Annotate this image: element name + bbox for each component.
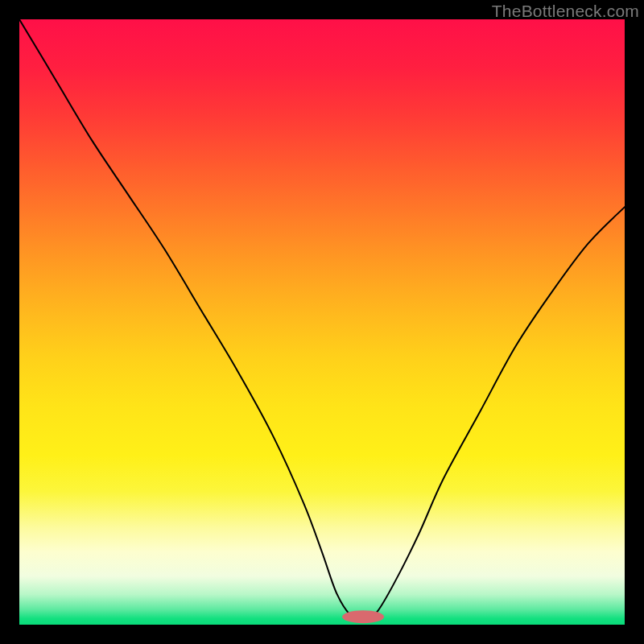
- curve-layer: [19, 19, 625, 625]
- bottleneck-curve: [19, 19, 625, 619]
- watermark-label: TheBottleneck.com: [492, 2, 639, 21]
- optimal-marker: [342, 610, 384, 623]
- plot-area: [19, 19, 625, 625]
- chart-frame: TheBottleneck.com: [0, 0, 644, 644]
